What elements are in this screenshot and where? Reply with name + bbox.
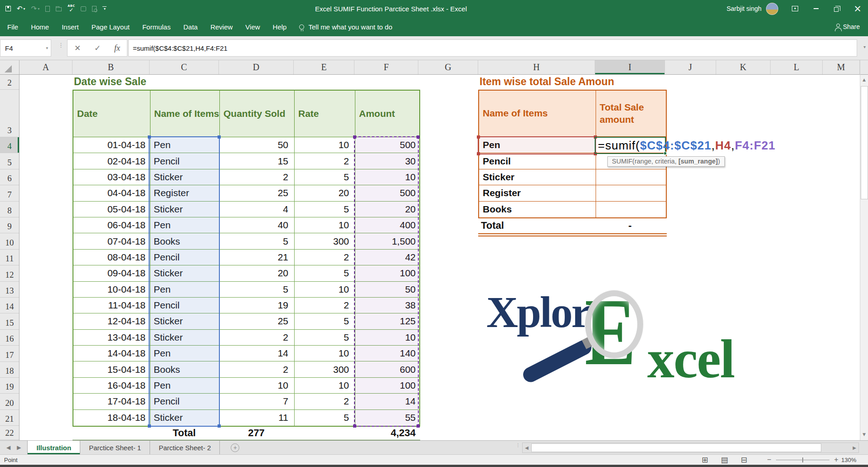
item-value-cell[interactable] xyxy=(596,185,666,201)
sales-cell[interactable]: 20 xyxy=(295,185,355,201)
ribbon-tab-view[interactable]: View xyxy=(239,17,266,36)
ribbon-tab-data[interactable]: Data xyxy=(177,17,204,36)
sales-cell[interactable]: 4 xyxy=(220,202,295,217)
sheet-tab-parctice-sheet-2[interactable]: Parctice Sheet- 2 xyxy=(150,441,220,454)
row-header-16[interactable]: 16 xyxy=(0,330,19,346)
sales-cell[interactable]: 14-04-18 xyxy=(73,346,150,361)
row-header-17[interactable]: 17 xyxy=(0,346,19,361)
sales-cell[interactable]: 04-04-18 xyxy=(73,185,150,201)
sales-cell[interactable]: 06-04-18 xyxy=(73,217,150,233)
sheet-canvas[interactable]: Date wise Sale Item wise total Sale Amou… xyxy=(19,75,860,440)
horizontal-scroll-thumb[interactable] xyxy=(531,443,821,452)
item-name-cell[interactable]: Sticker xyxy=(479,169,596,185)
ribbon-tab-help[interactable]: Help xyxy=(267,17,293,36)
column-header-C[interactable]: C xyxy=(150,60,219,74)
item-name-cell[interactable]: Pencil xyxy=(479,153,596,169)
row-header-7[interactable]: 7 xyxy=(0,185,19,201)
sales-cell[interactable]: 5 xyxy=(220,233,295,249)
active-cell-i4[interactable]: =sumif($C$4:$C$21,H4,F4:F21 xyxy=(595,137,666,154)
sales-cell[interactable]: 5 xyxy=(295,169,355,185)
previous-sheet-icon[interactable]: ◀ xyxy=(6,444,10,451)
row-header-12[interactable]: 12 xyxy=(0,265,19,281)
item-value-cell[interactable] xyxy=(596,202,666,217)
select-all-button[interactable] xyxy=(0,60,19,74)
normal-view-icon[interactable]: ⊞ xyxy=(702,455,708,464)
zoom-slider[interactable]: − + xyxy=(766,455,839,465)
ribbon-tab-formulas[interactable]: Formulas xyxy=(136,17,177,36)
row-header-20[interactable]: 20 xyxy=(0,394,19,409)
sales-cell[interactable]: 08-04-18 xyxy=(73,250,150,265)
expand-formula-bar-icon[interactable]: ▾ xyxy=(863,44,866,49)
column-header-M[interactable]: M xyxy=(823,60,860,74)
row-header-19[interactable]: 19 xyxy=(0,378,19,394)
row-header-8[interactable]: 8 xyxy=(0,202,19,217)
tab-scroll-splitter[interactable]: ⋮ xyxy=(516,444,519,446)
sales-cell[interactable]: 5 xyxy=(295,313,355,329)
sales-cell[interactable]: 09-04-18 xyxy=(73,265,150,281)
horizontal-scrollbar[interactable]: ◀ ▶ xyxy=(522,443,859,453)
avatar[interactable] xyxy=(766,3,778,15)
sales-cell[interactable]: 07-04-18 xyxy=(73,233,150,249)
share-button[interactable]: Share xyxy=(836,17,860,36)
tell-me-box[interactable]: Tell me what you want to do xyxy=(299,23,392,31)
column-header-F[interactable]: F xyxy=(354,60,418,74)
sheet-tab-illustration[interactable]: Illustration xyxy=(27,441,80,454)
scroll-left-icon[interactable]: ◀ xyxy=(523,445,531,450)
new-sheet-button[interactable]: + xyxy=(231,441,239,454)
sales-cell[interactable]: 25 xyxy=(220,185,295,201)
sales-cell[interactable]: 2 xyxy=(295,298,355,313)
sales-cell[interactable]: 10 xyxy=(295,378,355,394)
row-header-18[interactable]: 18 xyxy=(0,362,19,378)
sales-cell[interactable]: 20 xyxy=(220,265,295,281)
row-header-3[interactable]: 3 xyxy=(0,90,19,137)
item-name-cell[interactable]: Books xyxy=(479,202,596,217)
column-header-J[interactable]: J xyxy=(665,60,716,74)
row-header-21[interactable]: 21 xyxy=(0,410,19,426)
item-name-cell[interactable]: Register xyxy=(479,185,596,201)
column-header-G[interactable]: G xyxy=(418,60,478,74)
sales-cell[interactable]: 10 xyxy=(295,282,355,298)
row-header-22[interactable]: 22 xyxy=(0,426,19,440)
sales-cell[interactable]: 11 xyxy=(220,410,295,426)
redo-icon[interactable]: ↷▾ xyxy=(31,4,40,14)
scroll-down-icon[interactable]: ▼ xyxy=(860,429,868,439)
sales-cell[interactable]: 13-04-18 xyxy=(73,330,150,346)
vertical-scroll-thumb[interactable] xyxy=(861,86,868,199)
row-header-11[interactable]: 11 xyxy=(0,250,19,265)
sales-cell[interactable]: 5 xyxy=(295,410,355,426)
row-header-5[interactable]: 5 xyxy=(0,153,19,169)
zoom-out-icon[interactable]: − xyxy=(766,456,772,464)
item-value-cell[interactable] xyxy=(596,169,666,185)
cancel-formula-icon[interactable]: ✕ xyxy=(74,43,81,53)
row-header-9[interactable]: 9 xyxy=(0,217,19,233)
open-folder-icon[interactable] xyxy=(56,4,62,14)
sales-cell[interactable]: 14 xyxy=(220,346,295,361)
sales-cell[interactable]: 15-04-18 xyxy=(73,361,150,377)
sales-cell[interactable]: 12-04-18 xyxy=(73,313,150,329)
sales-cell[interactable]: 10 xyxy=(295,346,355,361)
row-header-10[interactable]: 10 xyxy=(0,233,19,249)
sales-cell[interactable]: 19 xyxy=(220,298,295,313)
row-header-6[interactable]: 6 xyxy=(0,169,19,185)
row-header-14[interactable]: 14 xyxy=(0,298,19,313)
page-break-view-icon[interactable]: ⊟ xyxy=(741,455,747,464)
row-header-2[interactable]: 2 xyxy=(0,75,19,90)
sales-cell[interactable]: 10 xyxy=(220,378,295,394)
sales-cell[interactable]: 01-04-18 xyxy=(73,137,150,153)
sales-cell[interactable]: 2 xyxy=(220,169,295,185)
user-name[interactable]: Sarbjit singh xyxy=(727,5,761,12)
enter-formula-icon[interactable]: ✓ xyxy=(94,43,101,53)
column-header-D[interactable]: D xyxy=(219,60,294,74)
column-header-A[interactable]: A xyxy=(19,60,73,74)
ribbon-tab-review[interactable]: Review xyxy=(204,17,239,36)
sales-cell[interactable]: 40 xyxy=(220,217,295,233)
sales-cell[interactable]: 10 xyxy=(295,217,355,233)
sales-cell[interactable]: 300 xyxy=(295,233,355,249)
sales-cell[interactable]: 2 xyxy=(220,330,295,346)
ribbon-tab-file[interactable]: File xyxy=(1,17,24,36)
zoom-in-icon[interactable]: + xyxy=(833,456,839,464)
sales-cell[interactable]: 5 xyxy=(295,330,355,346)
sales-cell[interactable]: 2 xyxy=(220,361,295,377)
sales-cell[interactable]: 18-04-18 xyxy=(73,410,150,426)
next-sheet-icon[interactable]: ▶ xyxy=(17,444,21,451)
